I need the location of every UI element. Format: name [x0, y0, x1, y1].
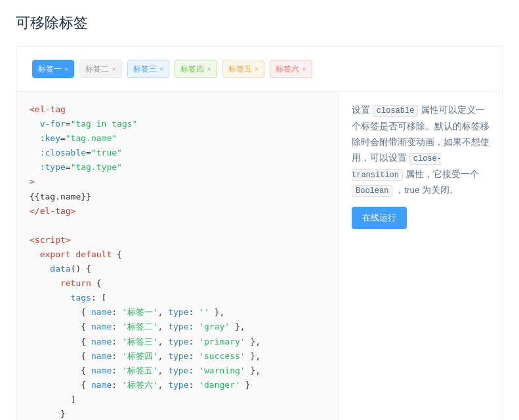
page-title: 可移除标签 — [16, 13, 503, 33]
code-block: <el-tag v-for="tag in tags" :key="tag.na… — [30, 102, 325, 420]
tag-danger[interactable]: 标签六 × — [270, 60, 312, 78]
tag-close-icon[interactable]: × — [207, 65, 211, 73]
bottom-section: <el-tag v-for="tag in tags" :key="tag.na… — [16, 92, 503, 420]
code-closable: closable — [373, 105, 419, 117]
run-button[interactable]: 在线运行 — [352, 207, 407, 229]
tag-close-icon[interactable]: × — [159, 65, 163, 73]
tag-close-icon[interactable]: × — [112, 65, 115, 73]
code-panel: <el-tag v-for="tag in tags" :key="tag.na… — [16, 92, 339, 420]
tag-success[interactable]: 标签四 × — [175, 60, 217, 78]
tag-warning[interactable]: 标签五 × — [222, 60, 264, 78]
demo-section: 标签一 × 标签二 × 标签三 × 标签四 × 标签五 × 标签六 × — [16, 46, 503, 420]
tag-label: 标签四 — [180, 64, 204, 75]
page-container: 可移除标签 标签一 × 标签二 × 标签三 × 标签四 × 标签五 × — [0, 0, 519, 420]
tag-gray[interactable]: 标签二 × — [79, 60, 121, 78]
tag-label: 标签三 — [133, 64, 157, 75]
tag-primary[interactable]: 标签三 × — [127, 60, 169, 78]
description-text: 设置 closable 属性可以定义一个标签是否可移除。默认的标签移除时会附带渐… — [352, 102, 489, 199]
tag-label: 标签六 — [276, 64, 299, 75]
code-boolean: Boolean — [352, 185, 392, 197]
tag-label: 标签二 — [85, 64, 109, 75]
tags-preview: 标签一 × 标签二 × 标签三 × 标签四 × 标签五 × 标签六 × — [16, 47, 503, 92]
tag-close-icon[interactable]: × — [302, 65, 306, 73]
tag-default[interactable]: 标签一 × — [32, 60, 74, 78]
tag-label: 标签一 — [38, 64, 62, 75]
tag-label: 标签五 — [228, 64, 252, 75]
tag-close-icon[interactable]: × — [64, 65, 68, 73]
tag-close-icon[interactable]: × — [255, 65, 259, 73]
description-panel: 设置 closable 属性可以定义一个标签是否可移除。默认的标签移除时会附带渐… — [339, 92, 503, 420]
code-close-transition: close-transition — [352, 153, 442, 181]
